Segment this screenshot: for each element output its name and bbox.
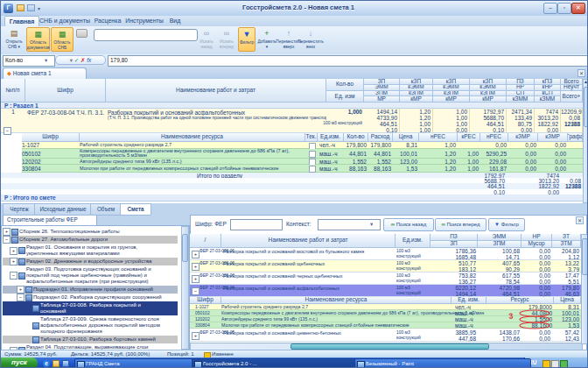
work-value[interactable]: 4720,98 xyxy=(478,285,522,291)
tray-icon-1[interactable] xyxy=(542,360,550,368)
position-value[interactable] xyxy=(561,127,583,133)
tree-item[interactable]: +Раздел 02. Дренажные и водосбросные уст… xyxy=(3,258,178,265)
work-value[interactable]: 464,51 xyxy=(478,291,522,297)
resource-nres[interactable]: 1,20 xyxy=(419,165,458,173)
tray-icon-3[interactable] xyxy=(560,360,568,368)
resource-kres[interactable]: 1,00 xyxy=(458,159,480,166)
resource-nres[interactable]: 1,00 xyxy=(419,142,458,149)
resource-price[interactable]: 123,00 xyxy=(393,159,419,166)
tree-expander-icon[interactable]: − xyxy=(10,272,18,280)
position-value[interactable]: 80,75 xyxy=(507,121,535,127)
position-value[interactable]: 2471,34 xyxy=(507,109,535,115)
position-value[interactable]: 0,10 xyxy=(470,127,507,133)
resource-code[interactable]: 330804 xyxy=(22,165,80,173)
tree-expander-icon[interactable]: − xyxy=(17,294,24,301)
nested-resource-amount[interactable]: 1,5500 xyxy=(486,316,554,322)
formula-value-input[interactable]: 179,80 xyxy=(108,55,588,67)
current-price-checkbox[interactable] xyxy=(309,151,316,158)
work-value[interactable]: 90,29 xyxy=(478,266,522,272)
position-value[interactable]: 7474 xyxy=(535,109,561,115)
work-value[interactable]: 0,00 xyxy=(522,254,552,260)
resource-nres2[interactable]: 161,87 xyxy=(480,165,508,173)
resource-kres[interactable]: 1,00 xyxy=(458,165,480,173)
ribbon-tab-4[interactable]: Инструменты xyxy=(125,16,164,26)
ribbon-button-область[interactable]: ▦ОбластьСНБ xyxy=(51,27,74,52)
position-qty[interactable]: 1,000 xyxy=(326,109,364,115)
resource-unit[interactable]: чел.-ч xyxy=(318,142,344,149)
ribbon-button-переместить[interactable]: ↓Переместитьвниз xyxy=(300,27,321,52)
work-value[interactable]: 0,00 xyxy=(522,272,552,279)
work-value[interactable]: 14,71 xyxy=(478,254,522,260)
work-value[interactable]: 3,79 xyxy=(552,266,581,272)
position-value[interactable]: 3013,20 xyxy=(535,115,561,121)
resource-code[interactable]: 120202 xyxy=(22,159,80,166)
work-value[interactable]: 0,00 xyxy=(522,291,552,297)
position-value[interactable]: 1,00 xyxy=(400,121,433,127)
taskbar-task-1[interactable]: ГРАНД Смета xyxy=(74,358,200,368)
position-value[interactable]: 1,20 xyxy=(400,115,433,121)
position-value[interactable]: 1,00 xyxy=(433,109,470,115)
view-tab-4[interactable]: Смета xyxy=(120,203,151,216)
tree-item[interactable]: Таблица 27-03-008. Разборка покрытий иос… xyxy=(3,301,178,315)
resource-kzmr[interactable]: 0,00 xyxy=(508,165,538,173)
resource-nres2[interactable]: 229,08 xyxy=(480,159,508,166)
tree-item[interactable]: −Раздел 03. Подготовка существующих осно… xyxy=(3,265,178,286)
resource-rate[interactable]: 88,163 xyxy=(368,165,393,173)
search-forward-button[interactable]: ∞ Поиск вперед xyxy=(435,218,486,231)
resource-name[interactable]: Молотки при работе от передвижных компре… xyxy=(80,165,305,173)
work-value[interactable]: 753,82 xyxy=(430,272,478,279)
nested-resource-price[interactable]: 8,31 xyxy=(554,304,581,310)
ribbon-button-фильтр[interactable]: ▼Фильтр xyxy=(238,27,256,52)
taskbar-task-3[interactable]: Безымянный - Paint xyxy=(354,358,531,368)
scrollbar-thumb[interactable] xyxy=(584,87,588,127)
resource-code[interactable]: 050102 xyxy=(22,149,80,159)
view-tab-2[interactable]: Исходные данные xyxy=(34,203,92,216)
tab-new-estimate[interactable]: ◆ Новая смета 1 xyxy=(3,67,87,80)
position-value[interactable]: 1494,14 xyxy=(364,109,400,115)
tree-expander-icon[interactable]: + xyxy=(3,228,10,236)
tree-item[interactable]: −Сборник 27. Автомобильные дороги xyxy=(3,236,178,244)
formula-dropdown-icon[interactable]: ▾ xyxy=(70,57,73,63)
work-value[interactable]: 100,68 xyxy=(478,248,522,254)
quick-access-save-icon[interactable] xyxy=(27,4,35,11)
position-value[interactable]: 12209,95 xyxy=(561,109,583,115)
resource-kzmr[interactable]: 0,00 xyxy=(508,149,538,159)
position-value[interactable]: 0,08 xyxy=(561,115,583,121)
tree-expander-icon[interactable]: + xyxy=(10,258,18,265)
work-value[interactable]: 6220,12 xyxy=(430,285,478,291)
row-expander-icon[interactable]: + xyxy=(192,263,200,271)
formula-fx-icon[interactable]: fx xyxy=(87,57,91,63)
resource-qty[interactable]: 1,552 xyxy=(344,159,368,166)
work-value[interactable]: 0,00 xyxy=(522,336,552,342)
resource-kzmr[interactable]: 0,00 xyxy=(508,159,538,166)
work-value[interactable]: 183,12 xyxy=(430,266,478,272)
work-value[interactable]: 0,00 xyxy=(522,279,552,285)
tree-item[interactable]: −Подраздел 02. Разборка существующих соо… xyxy=(3,294,178,301)
resource-rate[interactable]: 1,552 xyxy=(368,159,393,166)
ribbon-button-добавить[interactable]: +Добавить▾ xyxy=(257,27,276,52)
resource-unit[interactable]: маш.-ч xyxy=(318,165,344,173)
row-expander-icon[interactable]: + xyxy=(192,251,200,258)
tabstrip-close-icon[interactable]: ✕ xyxy=(578,69,585,77)
nested-resource-amount[interactable]: 179,8000 xyxy=(486,304,554,310)
tray-icon-2[interactable] xyxy=(551,360,559,368)
minimize-button[interactable]: – xyxy=(543,3,557,14)
resource-unit[interactable]: маш.-ч xyxy=(318,159,344,166)
work-value[interactable]: 0,00 xyxy=(522,266,552,272)
position-value[interactable]: 1,00 xyxy=(433,121,470,127)
work-value[interactable]: 447,68 xyxy=(430,336,478,342)
estimate-grid-scrollbar[interactable] xyxy=(583,79,588,203)
resource-price[interactable]: 1,53 xyxy=(393,165,419,173)
tree-expander-icon[interactable]: + xyxy=(10,247,18,255)
collapse-expander-icon[interactable]: − xyxy=(4,127,11,135)
context-dropdown-icon[interactable]: ▾ xyxy=(370,221,373,228)
row-expander-icon[interactable]: − xyxy=(192,287,200,295)
work-value[interactable]: 46,63 xyxy=(552,291,581,297)
position-value[interactable]: 464,51 xyxy=(470,121,507,127)
work-value[interactable]: 5,51 xyxy=(552,279,581,285)
work-value[interactable]: 0,00 xyxy=(522,260,552,266)
resource-kzmr2[interactable]: 0,00 xyxy=(538,165,568,173)
section-row-header[interactable]: Р : Раздел 1 xyxy=(1,103,583,109)
quick-access-dropdown-icon[interactable]: ▾ xyxy=(38,5,44,11)
start-button[interactable]: пуск xyxy=(1,357,38,368)
